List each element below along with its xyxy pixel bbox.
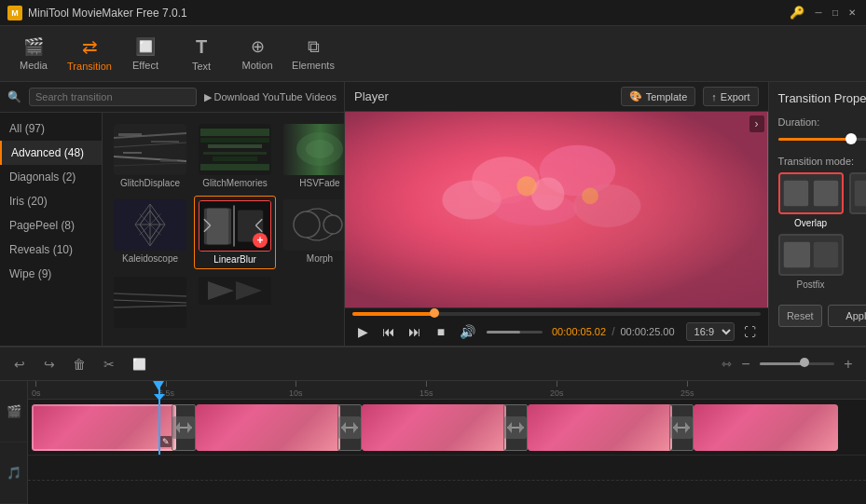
transition-marker-3[interactable] — [503, 404, 528, 451]
youtube-icon: ▶ — [204, 91, 212, 103]
template-label: Template — [646, 91, 688, 102]
transition-label-glitch-displace: GlitchDisplace — [120, 178, 180, 188]
video-clip-4[interactable] — [528, 404, 672, 451]
maximize-button[interactable]: □ — [829, 7, 842, 20]
zoom-controls: ⇿ − + — [722, 354, 859, 375]
search-transition-input[interactable] — [29, 88, 197, 106]
video-clip-3[interactable] — [362, 404, 506, 451]
play-button[interactable]: ▶ — [352, 321, 373, 342]
transition-kaleidoscope[interactable]: Kaleidoscope — [110, 196, 190, 269]
mode-thumb-overlap — [778, 172, 844, 214]
mode-overlap[interactable]: Overlap — [778, 172, 844, 228]
mode-section: Transition mode: Overlap — [778, 156, 866, 290]
transition-marker-1[interactable] — [172, 404, 196, 451]
duration-label: Duration: — [778, 116, 866, 128]
delete-button[interactable]: 🗑 — [67, 352, 91, 376]
redo-button[interactable]: ↪ — [37, 352, 62, 376]
category-wipe[interactable]: Wipe (9) — [0, 262, 102, 286]
transition-extra-2[interactable] — [194, 273, 276, 332]
toolbar-media[interactable]: 🎬 Media — [7, 30, 60, 78]
category-diagonals[interactable]: Diagonals (2) — [0, 165, 102, 189]
text-icon: T — [196, 36, 207, 58]
zoom-slider[interactable] — [760, 362, 834, 365]
template-button[interactable]: 🎨 Template — [621, 87, 696, 106]
reset-button[interactable]: Reset — [778, 305, 822, 327]
category-all[interactable]: All (97) — [0, 116, 102, 141]
add-transition-button[interactable]: + — [253, 233, 268, 248]
transition-marker-4[interactable] — [669, 404, 694, 451]
svg-rect-14 — [213, 157, 257, 161]
transition-linear-blur[interactable]: + LinearBlur — [194, 196, 276, 269]
transition-morph[interactable]: Morph — [280, 196, 344, 269]
category-iris[interactable]: Iris (20) — [0, 189, 102, 213]
scissors-button[interactable]: ✂ — [97, 352, 121, 376]
prev-frame-button[interactable]: ⏮ — [378, 321, 399, 342]
transition-label-kaleidoscope: Kaleidoscope — [122, 253, 178, 264]
category-pagepeel[interactable]: PagePeel (8) — [0, 213, 102, 238]
crop-button[interactable]: ⬜ — [127, 352, 151, 376]
category-reveals[interactable]: Reveals (10) — [0, 238, 102, 262]
transition-thumb-glitch-memories — [199, 124, 271, 175]
ruler-tick — [426, 381, 427, 387]
minimize-button[interactable]: ─ — [812, 7, 825, 20]
undo-button[interactable]: ↩ — [7, 352, 32, 376]
ruler-label-20: 20s — [550, 388, 564, 398]
transition-marker-2[interactable] — [337, 404, 362, 451]
media-icon: 🎬 — [23, 36, 44, 57]
ruler-label-15: 15s — [419, 388, 433, 398]
ruler-tick — [166, 381, 167, 387]
category-advanced[interactable]: Advanced (48) — [0, 141, 102, 165]
audio-track — [28, 456, 866, 504]
volume-control — [487, 331, 543, 334]
stop-button[interactable]: ■ — [431, 321, 451, 342]
timeline-area: ↩ ↪ 🗑 ✂ ⬜ ⇿ − + 🎬 🎵 — [0, 346, 866, 504]
video-clip-2[interactable] — [196, 404, 340, 451]
player-controls: ▶ ⏮ ⏭ ■ 🔊 00:00:05.02 / 00:00:25.00 16:9… — [345, 307, 768, 346]
mode-postfix[interactable]: Postfix — [778, 234, 844, 290]
svg-rect-10 — [200, 129, 269, 136]
toolbar-elements[interactable]: ⧉ Elements — [287, 30, 339, 78]
zoom-in-button[interactable]: + — [838, 354, 859, 375]
svg-rect-57 — [783, 242, 809, 267]
transition-thumb-linear-blur: + — [199, 200, 271, 252]
close-button[interactable]: ✕ — [845, 7, 859, 20]
toolbar-motion[interactable]: ⊕ Motion — [231, 30, 283, 78]
video-clip-1[interactable]: ✎ — [32, 404, 176, 451]
svg-point-47 — [531, 178, 564, 211]
mode-prefix[interactable]: Prefix — [849, 172, 866, 228]
panel-collapse-button[interactable]: › — [749, 116, 764, 132]
zoom-out-button[interactable]: − — [735, 354, 756, 375]
timeline-tracks: 🎬 🎵 0s 5.5s 10s — [0, 381, 866, 504]
video-clip-5[interactable] — [694, 404, 838, 451]
progress-thumb[interactable] — [430, 308, 439, 318]
transition-hsv-fade[interactable]: HSVFade — [280, 120, 344, 192]
video-track: ✎ — [28, 400, 866, 456]
apply-all-button[interactable]: Apply to all — [828, 305, 866, 327]
ripple-icon: ⇿ — [722, 357, 732, 371]
volume-button[interactable]: 🔊 — [457, 321, 477, 342]
next-frame-button[interactable]: ⏭ — [405, 321, 425, 342]
player-header: Player 🎨 Template ↑ Export — [345, 82, 768, 112]
transition-extra-1[interactable] — [110, 273, 190, 332]
transition-glitch-displace[interactable]: GlitchDisplace — [110, 120, 190, 192]
svg-point-44 — [493, 194, 578, 225]
app-icon: M — [7, 6, 22, 20]
export-button[interactable]: ↑ Export — [703, 87, 758, 106]
progress-bar[interactable] — [352, 312, 761, 316]
toolbar-effect[interactable]: 🔲 Effect — [119, 30, 172, 78]
duration-slider[interactable] — [778, 138, 866, 141]
player-title: Player — [354, 89, 389, 103]
duration-thumb[interactable] — [845, 133, 857, 144]
transition-label-linear-blur: LinearBlur — [213, 254, 256, 265]
toolbar-text[interactable]: T Text — [175, 30, 227, 78]
toolbar-transition[interactable]: ⇄ Transition — [63, 30, 116, 78]
fullscreen-button[interactable]: ⛶ — [740, 321, 761, 342]
download-youtube-button[interactable]: ▶ Download YouTube Videos — [204, 91, 337, 103]
playhead[interactable] — [158, 400, 160, 455]
transition-glitch-memories[interactable]: GlitchMemories — [194, 120, 276, 192]
transition-label-hsv-fade: HSVFade — [299, 178, 339, 188]
zoom-thumb[interactable] — [800, 358, 809, 367]
aspect-ratio-select[interactable]: 16:9 9:16 4:3 1:1 — [686, 322, 735, 341]
prop-action-buttons: Reset Apply to all — [778, 305, 866, 327]
volume-slider[interactable] — [487, 331, 543, 334]
